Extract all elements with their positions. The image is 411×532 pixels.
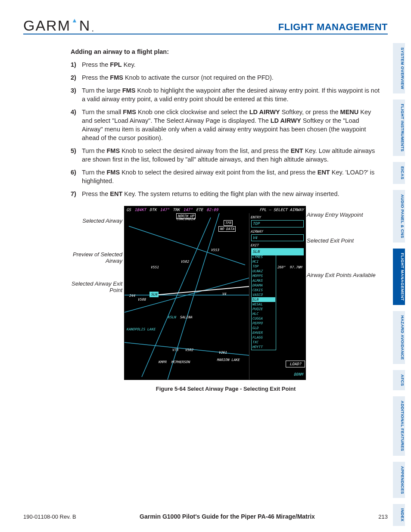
side-tab[interactable]: EICAS xyxy=(393,162,405,184)
page-number: 213 xyxy=(378,513,388,520)
exit-point-item[interactable]: HOYTT xyxy=(252,345,275,349)
entry-waypoint-field[interactable]: TOP xyxy=(251,220,304,227)
svg-line-6 xyxy=(155,286,249,295)
doc-number: 190-01108-00 Rev. B xyxy=(23,513,76,520)
procedure-list: 1)Press the FPL Key.2)Press the FMS Knob… xyxy=(71,60,381,198)
exit-point-item[interactable]: GLD xyxy=(252,326,275,330)
callout-left-2: Preview of Selected Airway xyxy=(58,252,122,264)
side-tab[interactable]: AUDIO PANEL & CNS xyxy=(393,190,405,243)
exit-points-list[interactable]: LYMESMCITOPULNAZMOPPSALMASDRAMACEKISVASC… xyxy=(251,254,276,350)
exit-point-item[interactable]: WESAL xyxy=(252,302,275,307)
side-tab[interactable]: SYSTEM OVERVIEW xyxy=(393,43,405,93)
exit-point-item[interactable]: DRAMA xyxy=(252,283,275,288)
procedure-step: 3)Turn the large FMS Knob to highlight t… xyxy=(71,86,381,103)
exit-point-item[interactable]: PUQZE xyxy=(252,307,275,311)
exit-point-item[interactable]: EHVER xyxy=(252,330,275,335)
exit-point-item[interactable]: VASCO xyxy=(252,292,275,297)
brand-logo: GARM▲N. xyxy=(23,17,95,33)
exit-point-item[interactable]: ULNAZ xyxy=(252,269,275,274)
map-area: NORTH UP TFR NO DATA SLN CONCORDIA KSLN … xyxy=(125,213,249,380)
map-range: 80NM xyxy=(293,372,303,377)
exit-point-item[interactable]: MOPPS xyxy=(252,274,275,278)
exit-point-item[interactable]: FLAGG xyxy=(252,335,275,340)
exit-point-item[interactable]: HLC xyxy=(252,311,275,316)
side-tab[interactable]: INDEX xyxy=(393,504,405,526)
callout-left-1: Selected Airway xyxy=(58,217,122,225)
svg-line-4 xyxy=(168,213,219,380)
side-tab[interactable]: APPENDICES xyxy=(393,462,405,498)
exit-point-item[interactable]: CUGGA xyxy=(252,316,275,321)
page-footer: 190-01108-00 Rev. B Garmin G1000 Pilot's… xyxy=(23,513,388,520)
screen-top-bar: GS184KT DTK147° TRK147° ETE02:09 FPL – S… xyxy=(125,206,305,213)
side-tab[interactable]: FLIGHT MANAGEMENT xyxy=(393,249,405,305)
procedure-heading: Adding an airway to a flight plan: xyxy=(71,47,381,56)
g1000-screen: GS184KT DTK147° TRK147° ETE02:09 FPL – S… xyxy=(124,206,306,380)
figure-wrapper: . GS184KT DTK147° TRK147° ETE02:09 FPL –… xyxy=(71,206,381,393)
callout-right-1: Airway Entry Waypoint xyxy=(307,211,384,219)
procedure-step: 4)Turn the small FMS Knob one click cloc… xyxy=(71,108,381,142)
procedure-step: 5)Turn the FMS Knob to select the desire… xyxy=(71,146,381,164)
exit-point-item[interactable]: MCI xyxy=(252,259,275,264)
exit-point-item[interactable]: SLN xyxy=(252,297,275,302)
procedure-step: 6)Turn the FMS Knob to select the desire… xyxy=(71,168,381,185)
sln-highlight: SLN xyxy=(149,292,158,297)
side-tab[interactable]: FLIGHT INSTRUMENTS xyxy=(393,100,405,156)
brand-text: GARM xyxy=(23,18,71,33)
callout-right-2: Selected Exit Point xyxy=(307,237,384,245)
side-tab[interactable]: AFCS xyxy=(393,370,405,390)
bearing-distance: 260° 97.7NM xyxy=(277,265,302,270)
procedure-step: 1)Press the FPL Key. xyxy=(71,60,381,69)
procedure-step: 2)Press the FMS Knob to activate the cur… xyxy=(71,73,381,82)
figure-caption: Figure 5-64 Select Airway Page - Selecti… xyxy=(71,385,381,393)
callout-right-3: Airway Exit Points Available xyxy=(307,272,384,279)
exit-point-item[interactable]: TOP xyxy=(252,264,275,269)
airway-field[interactable]: V4 xyxy=(251,234,304,241)
body-content: Adding an airway to a flight plan: 1)Pre… xyxy=(71,47,381,393)
exit-point-item[interactable]: LYMES xyxy=(252,255,275,259)
load-button[interactable]: LOAD? xyxy=(286,361,305,367)
side-tab[interactable]: ADDITIONAL FEATURES xyxy=(393,396,405,455)
logo-dot: . xyxy=(91,24,95,33)
exit-point-item[interactable]: PEPPO xyxy=(252,321,275,326)
callout-left-3: Selected Airway Exit Point xyxy=(58,281,122,294)
side-tabs: SYSTEM OVERVIEWFLIGHT INSTRUMENTSEICASAU… xyxy=(393,43,405,526)
procedure-step: 7)Press the ENT Key. The system returns … xyxy=(71,190,381,198)
exit-point-item[interactable]: ALMAS xyxy=(252,278,275,283)
exit-point-item[interactable]: TXC xyxy=(252,340,275,345)
select-airway-panel: ENTRY TOP AIRWAY V4 EXIT SLN LYMESMCITOP… xyxy=(249,213,305,380)
logo-triangle-icon: ▲ xyxy=(72,17,78,23)
section-title: FLIGHT MANAGEMENT xyxy=(278,22,388,33)
exit-point-item[interactable]: CEKIS xyxy=(252,288,275,292)
brand-text-tail: N xyxy=(79,18,91,33)
doc-title: Garmin G1000 Pilot's Guide for the Piper… xyxy=(140,513,315,520)
airway-lines xyxy=(125,213,249,380)
side-tab[interactable]: HAZARD AVOIDANCE xyxy=(393,311,405,364)
